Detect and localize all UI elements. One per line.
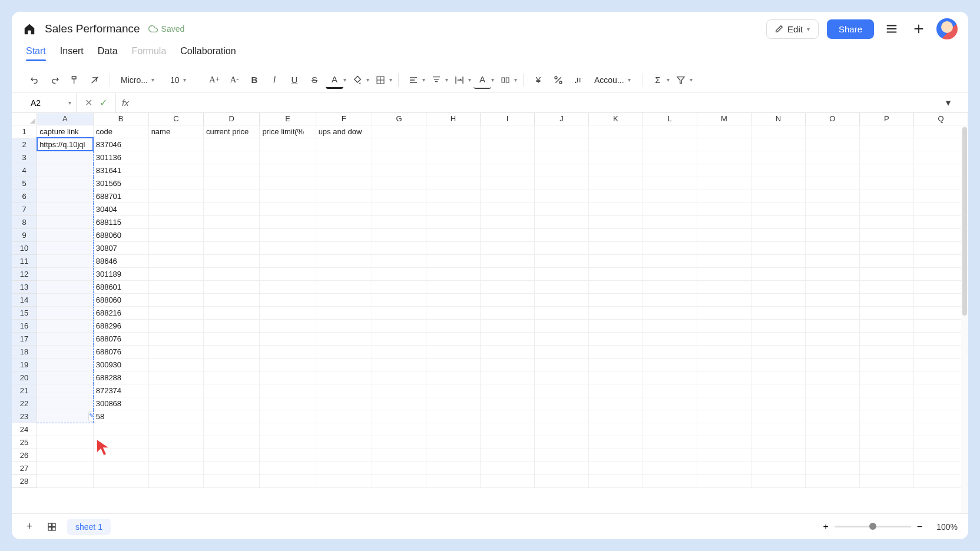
cell-P7[interactable] — [859, 203, 913, 215]
confirm-formula-icon[interactable]: ✓ — [100, 97, 107, 108]
cell-A26[interactable] — [37, 449, 94, 462]
cell-O15[interactable] — [805, 306, 859, 319]
cell-I3[interactable] — [481, 151, 535, 164]
cell-B19[interactable]: 300930 — [93, 358, 148, 371]
cell-N20[interactable] — [751, 371, 805, 384]
cell-M23[interactable] — [697, 410, 751, 423]
cell-H8[interactable] — [426, 215, 481, 228]
cell-N8[interactable] — [751, 215, 805, 228]
cell-Q14[interactable] — [913, 293, 968, 306]
menu-icon[interactable] — [882, 19, 901, 38]
cell-M7[interactable] — [697, 203, 751, 215]
cell-L11[interactable] — [643, 254, 697, 267]
cell-P28[interactable] — [859, 474, 913, 487]
cell-N15[interactable] — [751, 306, 805, 319]
cell-M4[interactable] — [697, 164, 751, 177]
cell-M2[interactable] — [697, 138, 751, 151]
cell-I16[interactable] — [481, 319, 535, 332]
cell-D3[interactable] — [204, 151, 260, 164]
col-header-C[interactable]: C — [148, 113, 203, 125]
cell-H6[interactable] — [426, 190, 481, 203]
smart-fill-icon[interactable]: ✎⁺ — [88, 411, 94, 421]
cell-P4[interactable] — [859, 164, 913, 177]
cell-K20[interactable] — [588, 371, 643, 384]
cell-O20[interactable] — [805, 371, 859, 384]
cell-G2[interactable] — [372, 138, 426, 151]
cell-G17[interactable] — [372, 332, 426, 345]
cell-D17[interactable] — [204, 332, 260, 345]
cell-N11[interactable] — [751, 254, 805, 267]
cell-G6[interactable] — [372, 190, 426, 203]
cell-Q17[interactable] — [913, 332, 968, 345]
cell-H24[interactable] — [426, 423, 481, 436]
cell-N12[interactable] — [751, 267, 805, 280]
cell-P25[interactable] — [859, 436, 913, 449]
cell-K5[interactable] — [588, 177, 643, 190]
cell-D22[interactable] — [204, 397, 260, 410]
cell-P14[interactable] — [859, 293, 913, 306]
cell-E5[interactable] — [260, 177, 316, 190]
cell-N16[interactable] — [751, 319, 805, 332]
cell-D4[interactable] — [204, 164, 260, 177]
cell-E4[interactable] — [260, 164, 316, 177]
cell-H23[interactable] — [426, 410, 481, 423]
cell-K16[interactable] — [588, 319, 643, 332]
cell-B14[interactable]: 688060 — [93, 293, 148, 306]
cell-F16[interactable] — [316, 319, 372, 332]
cell-N26[interactable] — [751, 449, 805, 462]
cell-A19[interactable] — [37, 358, 94, 371]
cell-Q22[interactable] — [913, 397, 968, 410]
cell-F18[interactable] — [316, 345, 372, 358]
cell-M19[interactable] — [697, 358, 751, 371]
cell-L6[interactable] — [643, 190, 697, 203]
cell-G27[interactable] — [372, 462, 426, 474]
cell-M15[interactable] — [697, 306, 751, 319]
col-header-F[interactable]: F — [316, 113, 372, 125]
cell-B17[interactable]: 688076 — [93, 332, 148, 345]
cell-A7[interactable] — [37, 203, 94, 215]
cell-H17[interactable] — [426, 332, 481, 345]
cell-F27[interactable] — [316, 462, 372, 474]
expand-formula-icon[interactable]: ▾ — [942, 97, 954, 108]
cell-E3[interactable] — [260, 151, 316, 164]
cell-E22[interactable] — [260, 397, 316, 410]
cell-Q9[interactable] — [913, 228, 968, 241]
cell-A2[interactable]: https://q.10jql — [37, 138, 94, 151]
cell-Q18[interactable] — [913, 345, 968, 358]
cell-H13[interactable] — [426, 280, 481, 293]
edit-button[interactable]: Edit ▾ — [766, 19, 819, 39]
cell-K11[interactable] — [588, 254, 643, 267]
cell-J7[interactable] — [534, 203, 588, 215]
cell-J26[interactable] — [534, 449, 588, 462]
cell-A28[interactable] — [37, 474, 94, 487]
cell-C22[interactable] — [148, 397, 203, 410]
cell-G22[interactable] — [372, 397, 426, 410]
row-header-19[interactable]: 19 — [12, 358, 37, 371]
cell-Q10[interactable] — [913, 241, 968, 254]
cell-D20[interactable] — [204, 371, 260, 384]
cell-H11[interactable] — [426, 254, 481, 267]
cell-H26[interactable] — [426, 449, 481, 462]
cell-L26[interactable] — [643, 449, 697, 462]
cell-P1[interactable] — [859, 125, 913, 138]
cell-F20[interactable] — [316, 371, 372, 384]
cell-H5[interactable] — [426, 177, 481, 190]
col-header-Q[interactable]: Q — [913, 113, 968, 125]
cell-I28[interactable] — [481, 474, 535, 487]
cell-G4[interactable] — [372, 164, 426, 177]
cell-O24[interactable] — [805, 423, 859, 436]
sheet-tab[interactable]: sheet 1 — [67, 519, 111, 535]
row-header-14[interactable]: 14 — [12, 293, 37, 306]
cell-N21[interactable] — [751, 384, 805, 397]
cell-Q19[interactable] — [913, 358, 968, 371]
cell-L9[interactable] — [643, 228, 697, 241]
cell-G9[interactable] — [372, 228, 426, 241]
cell-B2[interactable]: 837046 — [93, 138, 148, 151]
cell-G3[interactable] — [372, 151, 426, 164]
cell-L7[interactable] — [643, 203, 697, 215]
cell-C4[interactable] — [148, 164, 203, 177]
cell-A25[interactable] — [37, 436, 94, 449]
cell-I23[interactable] — [481, 410, 535, 423]
col-header-O[interactable]: O — [805, 113, 859, 125]
cell-A27[interactable] — [37, 462, 94, 474]
